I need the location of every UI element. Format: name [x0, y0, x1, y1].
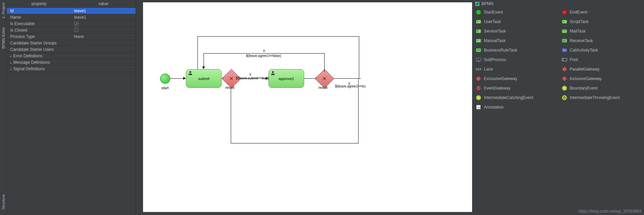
- property-value[interactable]: leave1: [71, 15, 136, 20]
- service-task-icon: [476, 28, 481, 34]
- property-row[interactable]: Error Definitions: [7, 53, 136, 59]
- palette-item-label: ServiceTask: [484, 29, 506, 34]
- gateway-label: result: [225, 85, 234, 90]
- flow-line: [170, 78, 185, 79]
- palette-item-pool[interactable]: Pool: [558, 55, 644, 64]
- property-header-key: property: [7, 0, 71, 7]
- palette-item-subprocess[interactable]: SubProcess: [472, 55, 558, 64]
- property-row[interactable]: Process TypeNone: [7, 34, 136, 40]
- palette-item-label: MailTask: [570, 29, 586, 34]
- palette-item-callactivitytask[interactable]: CallActivityTask: [558, 45, 644, 55]
- property-row[interactable]: Candidate Starter Users: [7, 46, 136, 53]
- start-event-node[interactable]: [160, 74, 170, 84]
- property-value[interactable]: None: [71, 34, 136, 39]
- palette-item-mailtask[interactable]: MailTask: [558, 26, 644, 36]
- palette-header: BPMN: [472, 0, 644, 7]
- property-row[interactable]: Candidate Starter Groups: [7, 40, 136, 46]
- lane-icon: [476, 66, 481, 72]
- palette-item-usertask[interactable]: UserTask: [472, 17, 558, 26]
- svg-rect-11: [562, 39, 567, 42]
- gateway-label: result: [318, 85, 328, 90]
- call-activity-icon: [562, 47, 567, 53]
- palette-item-exclusivegateway[interactable]: ExclusiveGateway: [472, 74, 558, 83]
- palette-item-label: BoundaryEvent: [570, 86, 598, 91]
- property-value[interactable]: [71, 27, 136, 33]
- palette-item-receivetask[interactable]: ReceiveTask: [558, 36, 644, 45]
- palette-item-label: CallActivityTask: [570, 48, 598, 53]
- checkbox-icon[interactable]: [74, 27, 79, 32]
- palette-item-annotation[interactable]: TxtAnnotation: [472, 102, 558, 112]
- palette-item-businessruletask[interactable]: BusinessRuleTask: [472, 45, 558, 55]
- property-key: Is Executable: [7, 21, 71, 26]
- palette-item-label: UserTask: [484, 19, 501, 24]
- side-tab-structure[interactable]: Structure: [0, 192, 6, 212]
- svg-point-3: [562, 10, 567, 15]
- svg-rect-16: [562, 48, 567, 52]
- checkbox-icon[interactable]: ✓: [74, 22, 79, 26]
- property-key: Message Definitions: [7, 60, 71, 65]
- property-row[interactable]: Idleave1: [7, 8, 136, 14]
- flow-label: n: [263, 48, 265, 53]
- side-tab-project[interactable]: 1: Project: [0, 0, 6, 21]
- palette-item-boundaryevent[interactable]: BoundaryEvent: [558, 83, 644, 93]
- palette-item-startevent[interactable]: StartEvent: [472, 7, 558, 17]
- palette-item-label: Pool: [570, 57, 578, 62]
- palette-item-servicetask[interactable]: ServiceTask: [472, 26, 558, 36]
- watermark: https://blog.csdn.net/qq_33333654: [579, 209, 641, 214]
- svg-rect-19: [562, 58, 567, 61]
- properties-header: property value: [7, 0, 136, 8]
- side-tab-label: 1: Project: [1, 3, 5, 18]
- flow-line: [197, 36, 198, 69]
- property-row[interactable]: Is Executable✓: [7, 21, 136, 27]
- palette-item-label: ManualTask: [484, 38, 506, 43]
- flow-line: [197, 36, 359, 37]
- svg-rect-21: [476, 69, 481, 70]
- flow-condition: ${leave.submit==true}: [236, 76, 269, 80]
- intermediate-catching-icon: [476, 95, 481, 100]
- user-task-icon: [476, 19, 481, 24]
- intermediate-throwing-icon: [562, 95, 567, 100]
- side-tab-bpmn-editor[interactable]: BPMN Editor: [0, 24, 6, 52]
- property-key: Error Definitions: [7, 54, 71, 58]
- business-rule-task-icon: [476, 47, 481, 53]
- palette-item-scripttask[interactable]: ScriptTask: [558, 17, 644, 26]
- palette-item-endevent[interactable]: EndEvent: [558, 7, 644, 17]
- palette-item-label: ScriptTask: [570, 19, 589, 24]
- property-row[interactable]: Nameleave1: [7, 14, 136, 21]
- svg-text:Txt: Txt: [477, 106, 481, 109]
- property-header-value: value: [71, 0, 136, 7]
- receive-task-icon: [562, 38, 567, 43]
- property-value[interactable]: ✓: [71, 21, 136, 26]
- user-task-approve1[interactable]: approve1: [268, 69, 304, 88]
- bpmn-canvas[interactable]: start submit result y ${leave.submit==tr…: [143, 2, 472, 212]
- palette-item-inclusivegateway[interactable]: InclusiveGateway: [558, 74, 644, 83]
- palette-toggle-checkbox[interactable]: [475, 2, 480, 6]
- palette-item-intermediatecatchingevent[interactable]: IntermediateCatchingEvent: [472, 93, 558, 102]
- palette-item-label: EndEvent: [570, 10, 588, 15]
- palette-item-manualtask[interactable]: ManualTask: [472, 36, 558, 45]
- property-key: Id: [7, 8, 71, 13]
- property-key: Signal Definitions: [7, 66, 71, 71]
- task-label: submit: [198, 77, 209, 81]
- property-value[interactable]: leave1: [71, 8, 136, 13]
- property-key: Process Type: [7, 34, 71, 39]
- palette-item-intermediatethrowingevent[interactable]: IntermediateThrowingEvent: [558, 93, 644, 102]
- palette-grid: StartEventEndEventUserTaskScriptTaskServ…: [472, 7, 644, 112]
- palette-item-label: Annotation: [484, 105, 503, 110]
- flow-line: [204, 53, 204, 68]
- flow-line: [324, 53, 325, 72]
- svg-rect-13: [476, 48, 481, 52]
- boundary-event-icon: [562, 85, 567, 91]
- palette-item-label: IntermediateThrowingEvent: [570, 95, 620, 100]
- property-row[interactable]: Message Definitions: [7, 59, 136, 66]
- palette-item-eventgateway[interactable]: EventGateway: [472, 83, 558, 93]
- property-row[interactable]: Is Closed: [7, 27, 136, 34]
- svg-point-2: [476, 10, 481, 15]
- property-row[interactable]: Signal Definitions: [7, 66, 136, 72]
- user-task-submit[interactable]: submit: [186, 69, 222, 88]
- palette-item-lane[interactable]: Lane: [472, 64, 558, 74]
- property-key: Candidate Starter Users: [7, 47, 71, 52]
- subprocess-icon: [476, 57, 481, 62]
- palette-item-label: SubProcess: [484, 57, 506, 62]
- palette-item-parallelgateway[interactable]: ParallelGateway: [558, 64, 644, 74]
